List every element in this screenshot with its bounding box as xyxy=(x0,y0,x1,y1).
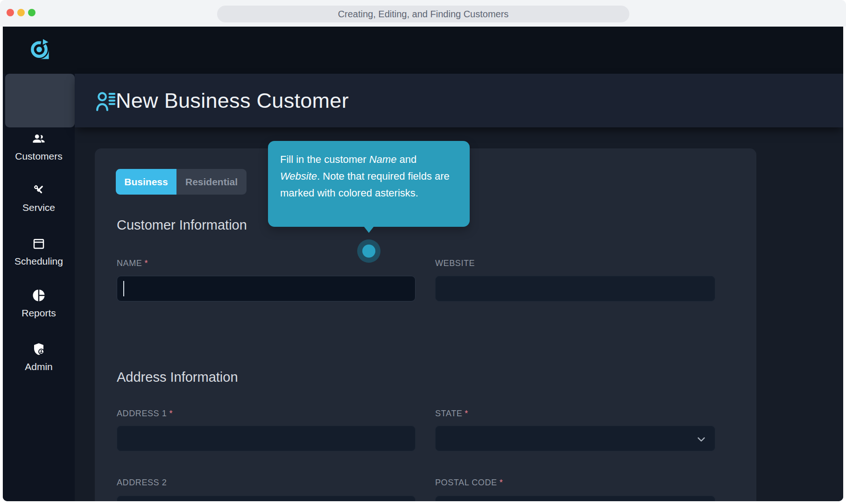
customer-type-toggle: Business Residential xyxy=(116,169,247,195)
window-titlebar: Creating, Editing, and Finding Customers xyxy=(0,0,846,27)
page-title: New Business Customer xyxy=(116,74,349,127)
screenshot-root: Creating, Editing, and Finding Customers… xyxy=(0,0,846,504)
app-window: Customers Service xyxy=(3,27,843,501)
tooltip-text: and xyxy=(396,154,416,165)
address2-label: ADDRESS 2* xyxy=(117,478,167,488)
contact-details-icon xyxy=(94,90,117,112)
chevron-down-icon xyxy=(695,433,707,445)
sidebar-item-service[interactable]: Service xyxy=(3,183,75,226)
tooltip-text-italic: Website xyxy=(280,170,317,182)
minimize-button[interactable] xyxy=(17,9,25,16)
crossed-tools-icon xyxy=(32,183,46,197)
tooltip-text: Fill in the customer xyxy=(280,154,369,165)
tooltip-arrow xyxy=(364,226,374,233)
text-cursor xyxy=(123,281,124,296)
close-button[interactable] xyxy=(7,9,14,16)
sidebar-active-highlight xyxy=(5,74,75,127)
website-label: WEBSITE* xyxy=(435,259,475,268)
sidebar-item-label: Reports xyxy=(3,308,75,318)
coachmark-beacon[interactable] xyxy=(357,239,381,263)
sidebar-item-admin[interactable]: Admin xyxy=(3,342,75,385)
section-heading-customer-information: Customer Information xyxy=(117,217,247,233)
address1-input[interactable] xyxy=(117,426,416,451)
coachmark-tooltip: Fill in the customer Name and Website. N… xyxy=(268,141,470,227)
zoom-button[interactable] xyxy=(28,9,35,16)
users-icon xyxy=(32,132,46,146)
pie-chart-icon xyxy=(32,288,46,302)
beacon-core-dot xyxy=(362,245,375,258)
orbit-pin-logo-icon xyxy=(27,37,51,62)
tab-business[interactable]: Business xyxy=(116,169,176,195)
address1-label: ADDRESS 1* xyxy=(117,409,173,419)
name-label: NAME* xyxy=(117,259,148,268)
section-heading-address-information: Address Information xyxy=(117,370,238,385)
tooltip-text-italic: Name xyxy=(369,154,397,165)
window-title: Creating, Editing, and Finding Customers xyxy=(217,6,629,22)
postal-code-label: POSTAL CODE* xyxy=(435,478,503,488)
sidebar-item-label: Customers xyxy=(3,151,75,161)
page-header: New Business Customer xyxy=(75,74,843,127)
website-input[interactable] xyxy=(435,276,715,301)
required-asterisk: * xyxy=(500,478,503,487)
address2-input[interactable] xyxy=(117,496,416,501)
name-input[interactable] xyxy=(117,276,416,301)
sidebar: Customers Service xyxy=(3,74,75,501)
sidebar-item-label: Service xyxy=(3,203,75,213)
sidebar-item-reports[interactable]: Reports xyxy=(3,288,75,331)
state-label: STATE* xyxy=(435,409,468,419)
sidebar-item-label: Admin xyxy=(3,362,75,372)
shield-user-icon xyxy=(32,342,46,356)
sidebar-item-label: Scheduling xyxy=(3,256,75,266)
postal-code-input[interactable] xyxy=(435,496,715,501)
required-asterisk: * xyxy=(169,409,173,418)
required-asterisk: * xyxy=(465,409,468,418)
sidebar-item-customers[interactable]: Customers xyxy=(3,132,75,175)
tab-residential[interactable]: Residential xyxy=(176,169,247,195)
state-select[interactable] xyxy=(435,426,715,451)
required-asterisk: * xyxy=(144,259,148,268)
calendar-icon xyxy=(32,237,46,251)
app-topbar xyxy=(3,27,843,74)
sidebar-item-scheduling[interactable]: Scheduling xyxy=(3,237,75,280)
